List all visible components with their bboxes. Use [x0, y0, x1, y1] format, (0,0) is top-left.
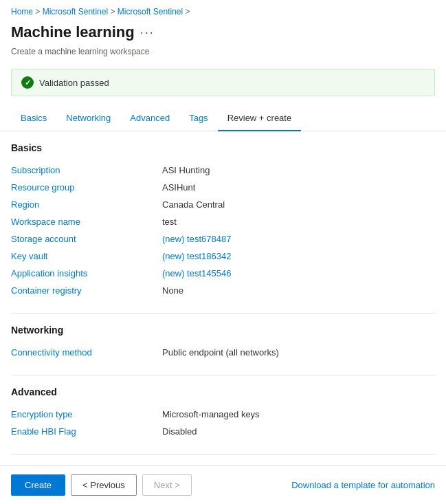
networking-section-title: Networking [11, 325, 435, 336]
page-header: Machine learning ··· [0, 21, 446, 47]
advanced-section: Advanced Encryption type Microsoft-manag… [11, 386, 435, 440]
previous-button[interactable]: < Previous [71, 474, 137, 496]
field-hbi-flag: Enable HBI Flag Disabled [11, 423, 435, 440]
tab-advanced[interactable]: Advanced [120, 106, 179, 131]
field-value-connectivity-method: Public endpoint (all networks) [162, 347, 279, 358]
field-value-key-vault: (new) test186342 [162, 251, 231, 261]
breadcrumb-sentinel-1[interactable]: Microsoft Sentinel [43, 7, 108, 17]
field-subscription: Subscription ASI Hunting [11, 162, 435, 179]
field-container-registry: Container registry None [11, 282, 435, 299]
field-label-resource-group: Resource group [11, 182, 162, 193]
field-label-connectivity-method: Connectivity method [11, 347, 162, 358]
field-value-hbi-flag: Disabled [162, 426, 197, 437]
field-value-storage-account: (new) test678487 [162, 234, 231, 244]
create-button[interactable]: Create [11, 474, 65, 496]
breadcrumb-home[interactable]: Home [11, 7, 33, 17]
networking-section: Networking Connectivity method Public en… [11, 325, 435, 361]
field-label-container-registry: Container registry [11, 285, 162, 296]
field-key-vault: Key vault (new) test186342 [11, 248, 435, 265]
field-label-storage-account: Storage account [11, 234, 162, 244]
field-encryption-type: Encryption type Microsoft-managed keys [11, 406, 435, 423]
field-workspace-name: Workspace name test [11, 213, 435, 230]
tab-basics[interactable]: Basics [11, 106, 56, 131]
tabs-container: Basics Networking Advanced Tags Review +… [0, 106, 446, 131]
field-value-application-insights: (new) test145546 [162, 268, 231, 278]
page-title: Machine learning [11, 23, 135, 41]
field-label-encryption-type: Encryption type [11, 409, 162, 419]
field-region: Region Canada Central [11, 196, 435, 213]
main-content: Basics Subscription ASI Hunting Resource… [0, 131, 446, 504]
footer: Create < Previous Next > Download a temp… [0, 465, 446, 504]
page-subtitle: Create a machine learning workspace [0, 47, 446, 63]
field-value-region: Canada Central [162, 199, 225, 210]
validation-text: Validation passed [39, 78, 109, 88]
divider-3 [11, 454, 435, 454]
validation-banner: Validation passed [11, 69, 435, 96]
field-label-hbi-flag: Enable HBI Flag [11, 426, 162, 437]
field-label-key-vault: Key vault [11, 251, 162, 261]
field-value-workspace-name: test [162, 217, 177, 227]
tab-tags[interactable]: Tags [179, 106, 217, 131]
basics-section-title: Basics [11, 142, 435, 153]
field-label-application-insights: Application insights [11, 268, 162, 278]
next-button: Next > [142, 474, 192, 496]
divider-1 [11, 313, 435, 314]
validation-check-icon [21, 76, 34, 89]
divider-2 [11, 375, 435, 375]
field-storage-account: Storage account (new) test678487 [11, 230, 435, 248]
field-connectivity-method: Connectivity method Public endpoint (all… [11, 344, 435, 361]
breadcrumb-sentinel-2[interactable]: Microsoft Sentinel [118, 7, 183, 17]
field-value-container-registry: None [162, 285, 183, 296]
field-value-subscription: ASI Hunting [162, 165, 210, 175]
breadcrumb: Home > Microsoft Sentinel > Microsoft Se… [0, 0, 446, 21]
automation-link[interactable]: Download a template for automation [291, 480, 435, 490]
field-label-region: Region [11, 199, 162, 210]
more-options-icon[interactable]: ··· [140, 25, 155, 40]
basics-section: Basics Subscription ASI Hunting Resource… [11, 142, 435, 299]
field-application-insights: Application insights (new) test145546 [11, 265, 435, 282]
advanced-section-title: Advanced [11, 386, 435, 397]
field-value-encryption-type: Microsoft-managed keys [162, 409, 260, 419]
field-label-workspace-name: Workspace name [11, 217, 162, 227]
field-resource-group: Resource group ASIHunt [11, 179, 435, 196]
field-value-resource-group: ASIHunt [162, 182, 195, 193]
tab-review-create[interactable]: Review + create [218, 106, 302, 131]
field-label-subscription: Subscription [11, 165, 162, 175]
tab-networking[interactable]: Networking [56, 106, 120, 131]
